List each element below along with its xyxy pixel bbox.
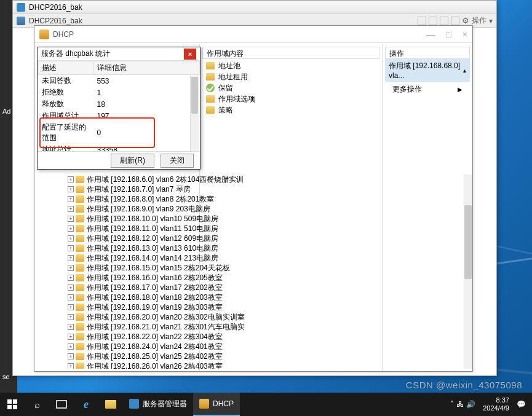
stats-row[interactable]: 拒绝数1	[38, 87, 200, 98]
explorer-icon[interactable]	[98, 393, 123, 416]
folder-icon	[76, 245, 84, 252]
expand-icon[interactable]: +	[68, 285, 74, 291]
gear-icon[interactable]: ⚙	[462, 16, 469, 25]
folder-icon	[76, 195, 84, 203]
stats-row[interactable]: 配置了延迟的范围0	[38, 122, 200, 144]
stats-row[interactable]: 地址总计33358	[38, 144, 200, 152]
search-icon[interactable]: ⌕	[25, 393, 49, 416]
vm-outer-window: DHCP2016_bak DHCP2016_bak ⚙ 操作 ▾ DHCP — …	[12, 0, 497, 376]
system-tray[interactable]: ˄ 🖧 🔊 8:37 2024/4/9 💬	[450, 396, 532, 412]
scope-tree-item[interactable]: +作用域 [192.168.15.0] vlan15 2栋204天花板	[34, 263, 199, 273]
scope-tree-item[interactable]: +作用域 [192.168.26.0] vlan26 2栋403教室	[34, 361, 199, 369]
scope-tree-item[interactable]: +作用域 [192.168.18.0] vlan18 2栋203教室	[34, 292, 199, 302]
more-actions-item[interactable]: 更多操作 ▶	[383, 82, 472, 97]
scope-tree-item[interactable]: +作用域 [192.168.7.0] vlan7 琴房	[34, 184, 199, 194]
close-button[interactable]: ×	[463, 29, 467, 39]
svg-rect-2	[7, 405, 12, 409]
folder-icon	[76, 353, 84, 360]
taskbar-app-server-manager[interactable]: 服务器管理器	[123, 393, 193, 416]
expand-icon[interactable]: +	[68, 216, 74, 222]
expand-icon[interactable]: +	[68, 186, 74, 192]
stats-col-detail[interactable]: 详细信息	[93, 61, 200, 75]
scope-tree-item[interactable]: +作用域 [192.168.12.0] vlan12 609电脑房	[34, 234, 199, 243]
stats-row[interactable]: 未回答数553	[38, 75, 200, 87]
expand-icon[interactable]: +	[68, 343, 74, 350]
expand-icon[interactable]: +	[68, 294, 74, 300]
expand-icon[interactable]: +	[68, 245, 74, 251]
folder-icon	[76, 225, 84, 232]
scope-tree-item[interactable]: +作用域 [192.168.11.0] vlan11 510电脑房	[34, 224, 199, 234]
expand-icon[interactable]: +	[68, 353, 74, 359]
minimize-button[interactable]: —	[426, 29, 435, 39]
expand-icon[interactable]: +	[68, 304, 74, 310]
stats-scrollbar[interactable]	[190, 76, 199, 151]
scope-content-item[interactable]: 地址租用	[200, 71, 382, 82]
scope-tree-item[interactable]: +作用域 [192.168.16.0] vlan16 2栋205教室	[34, 273, 199, 283]
scope-tree-item[interactable]: +作用域 [192.168.24.0] vlan24 2栋401教室	[34, 342, 199, 351]
expand-icon[interactable]: +	[68, 275, 74, 281]
expand-icon[interactable]: +	[68, 226, 74, 232]
expand-icon[interactable]: +	[68, 265, 74, 271]
task-view-icon[interactable]	[49, 393, 74, 416]
vm-control-icon[interactable]	[418, 17, 426, 25]
stats-titlebar[interactable]: 服务器 dhcpbak 统计 ×	[38, 47, 199, 61]
vm-control-icon[interactable]	[451, 17, 459, 25]
ie-icon[interactable]: e	[74, 393, 98, 416]
vm-control-icon[interactable]	[429, 17, 437, 25]
tray-up-icon[interactable]: ˄	[450, 400, 454, 409]
taskbar[interactable]: ⌕ e 服务器管理器 DHCP ˄ 🖧 🔊 8:37 2024/4/9 💬	[0, 393, 532, 416]
scope-tree-column: 服务器 dhcpbak 统计 × 描述 详细信息 未回答数553拒绝数1释放数1…	[34, 44, 199, 371]
stats-col-desc[interactable]: 描述	[38, 61, 93, 75]
scope-content-item[interactable]: 作用域选项	[200, 93, 382, 104]
folder-icon	[76, 313, 84, 321]
stats-row[interactable]: 作用域总计197	[38, 110, 200, 122]
expand-icon[interactable]: +	[68, 255, 74, 261]
notification-icon[interactable]: 💬	[517, 400, 526, 409]
network-icon[interactable]: 🖧	[456, 400, 464, 409]
scope-tree-item[interactable]: +作用域 [192.168.17.0] vlan17 2栋202教室	[34, 283, 199, 292]
clock[interactable]: 8:37 2024/4/9	[478, 396, 514, 412]
expand-icon[interactable]: +	[68, 363, 74, 369]
scope-tree-item[interactable]: +作用域 [192.168.8.0] vlan8 2栋201教室	[34, 194, 199, 204]
vm-operate-label[interactable]: 操作	[472, 15, 486, 26]
expand-icon[interactable]: +	[68, 334, 74, 340]
scope-tree-item[interactable]: +作用域 [192.168.22.0] vlan22 2栋304教室	[34, 332, 199, 342]
scope-tree-item[interactable]: +作用域 [192.168.25.0] vlan25 2栋402教室	[34, 351, 199, 361]
stats-row[interactable]: 释放数18	[38, 98, 200, 110]
taskbar-app-dhcp[interactable]: DHCP	[193, 393, 240, 416]
scope-tree-item[interactable]: +作用域 [192.168.20.0] vlan20 2栋302电脑实训室	[34, 312, 199, 322]
scope-content-item[interactable]: 地址池	[200, 60, 382, 71]
vm-titlebar[interactable]: DHCP2016_bak	[13, 1, 496, 14]
scope-tree-item[interactable]: +作用域 [192.168.9.0] vlan9 203电脑房	[34, 204, 199, 214]
refresh-button[interactable]: 刷新(R)	[111, 154, 154, 168]
action-selected-scope[interactable]: 作用域 [192.168.68.0] vla... ▴	[385, 59, 470, 82]
folder-icon	[76, 274, 84, 281]
scope-tree-item[interactable]: +作用域 [192.168.13.0] vlan13 610电脑房	[34, 243, 199, 253]
expand-icon[interactable]: +	[68, 235, 74, 241]
expand-icon[interactable]: +	[68, 206, 74, 212]
vm-control-icon[interactable]	[440, 17, 448, 25]
stats-close-button[interactable]: ×	[184, 49, 196, 60]
scope-tree-item[interactable]: +作用域 [192.168.10.0] vlan10 509电脑房	[34, 214, 199, 224]
server-stats-dialog: 服务器 dhcpbak 统计 × 描述 详细信息 未回答数553拒绝数1释放数1…	[37, 47, 199, 170]
vm-tab-label[interactable]: DHCP2016_bak	[29, 17, 82, 25]
expand-icon[interactable]: +	[68, 196, 74, 202]
expand-icon[interactable]: +	[68, 314, 74, 320]
dhcp-titlebar[interactable]: DHCP — □ ×	[34, 26, 472, 43]
scope-tree-item[interactable]: +作用域 [192.168.6.0] vlan6 2栋104西餐烧腊实训	[34, 175, 199, 184]
close-button[interactable]: 关闭	[161, 154, 194, 168]
scope-tree[interactable]: +作用域 [192.168.6.0] vlan6 2栋104西餐烧腊实训+作用域…	[34, 175, 199, 369]
scope-tree-item[interactable]: +作用域 [192.168.14.0] vlan14 213电脑房	[34, 253, 199, 263]
scrollbar-thumb[interactable]	[191, 77, 198, 114]
expand-icon[interactable]: +	[68, 324, 74, 330]
start-button[interactable]	[0, 393, 25, 416]
volume-icon[interactable]: 🔊	[466, 400, 475, 409]
folder-icon	[76, 304, 84, 311]
scope-tree-item[interactable]: +作用域 [192.168.19.0] vlan19 2栋303教室	[34, 302, 199, 312]
scope-content-item[interactable]: 策略	[200, 104, 382, 116]
scope-content-item[interactable]: 保留	[200, 82, 382, 93]
expand-icon[interactable]: +	[68, 176, 74, 182]
maximize-button[interactable]: □	[446, 29, 451, 39]
scope-tree-item[interactable]: +作用域 [192.168.21.0] vlan21 2栋301汽车电脑实	[34, 322, 199, 332]
watermark-text: CSDN @weixin_43075098	[406, 380, 522, 390]
